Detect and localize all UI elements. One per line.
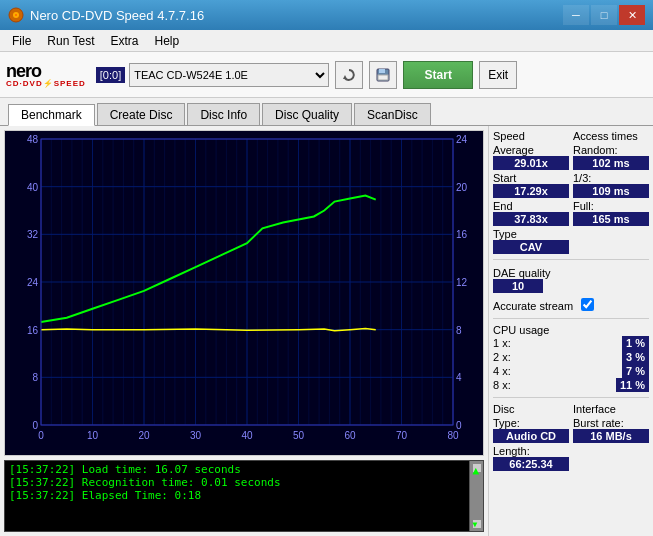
separator-2 [493,318,649,319]
burst-rate-value: 16 MB/s [573,429,649,443]
separator-3 [493,397,649,398]
tab-create-disc[interactable]: Create Disc [97,103,186,125]
access-random-label: Random: [573,144,649,156]
accurate-stream-checkbox[interactable] [581,298,594,311]
exit-button[interactable]: Exit [479,61,517,89]
cpu-rows: 1 x: 1 % 2 x: 3 % 4 x: 7 % 8 x: 11 % [493,336,649,392]
tab-bar: Benchmark Create Disc Disc Info Disc Qua… [0,98,653,126]
cpu-2x-label: 2 x: [493,351,511,363]
log-entry-3: [15:37:22] Elapsed Time: 0:18 [9,489,479,502]
disc-type-value: Audio CD [493,429,569,443]
app-icon [8,7,24,23]
drive-dropdown[interactable]: TEAC CD-W524E 1.0E [129,63,329,87]
cpu-row-1x: 1 x: 1 % [493,336,649,350]
tab-disc-quality[interactable]: Disc Quality [262,103,352,125]
save-button[interactable] [369,61,397,89]
interface-section: Interface Burst rate: 16 MB/s [573,403,649,471]
window-title: Nero CD-DVD Speed 4.7.7.16 [30,8,204,23]
access-times-section: Access times Random: 102 ms 1/3: 109 ms … [573,130,649,254]
disc-type-label: Type: [493,417,569,429]
drive-index-label: [0:0] [96,67,125,83]
close-button[interactable]: ✕ [619,5,645,25]
access-onethird-label: 1/3: [573,172,649,184]
accurate-stream-label: Accurate stream [493,300,573,312]
svg-rect-5 [379,69,385,73]
save-icon [376,68,390,82]
log-panel: [15:37:22] Load time: 16.07 seconds [15:… [4,460,484,532]
svg-point-2 [15,14,17,16]
speed-title: Speed [493,130,569,142]
chart-area [4,130,484,456]
disc-length-label: Length: [493,445,569,457]
scroll-up-button[interactable]: ▲ [472,463,482,473]
disc-section: Disc Type: Audio CD Length: 66:25.34 [493,403,569,471]
start-button[interactable]: Start [403,61,473,89]
nero-brand-text: nero [6,62,41,80]
disc-interface-section: Disc Type: Audio CD Length: 66:25.34 Int… [493,403,649,471]
tab-disc-info[interactable]: Disc Info [187,103,260,125]
cpu-1x-value: 1 % [622,336,649,350]
disc-length-value: 66:25.34 [493,457,569,471]
drive-selector: [0:0] TEAC CD-W524E 1.0E [96,63,329,87]
nero-logo: nero CD·DVD⚡SPEED [6,62,86,88]
log-entry-2: [15:37:22] Recognition time: 0.01 second… [9,476,479,489]
tab-scan-disc[interactable]: ScanDisc [354,103,431,125]
cpu-4x-label: 4 x: [493,365,511,377]
dae-quality-section: DAE quality 10 [493,265,649,293]
burst-rate-label: Burst rate: [573,417,649,429]
speed-type-label: Type [493,228,569,240]
cpu-4x-value: 7 % [622,364,649,378]
cpu-row-2x: 2 x: 3 % [493,350,649,364]
refresh-button[interactable] [335,61,363,89]
cpu-row-4x: 4 x: 7 % [493,364,649,378]
accurate-stream-section: Accurate stream [493,296,649,313]
log-entry-1: [15:37:22] Load time: 16.07 seconds [9,463,479,476]
dae-quality-value: 10 [493,279,543,293]
minimize-button[interactable]: ─ [563,5,589,25]
cpu-usage-section: CPU usage 1 x: 1 % 2 x: 3 % 4 x: 7 % [493,324,649,392]
speed-start-label: Start [493,172,569,184]
svg-rect-6 [378,75,388,80]
chart-canvas [5,131,483,455]
maximize-button[interactable]: □ [591,5,617,25]
cpu-2x-value: 3 % [622,350,649,364]
speed-access-section: Speed Average 29.01x Start 17.29x End 37… [493,130,649,254]
cpu-1x-label: 1 x: [493,337,511,349]
speed-type-value: CAV [493,240,569,254]
title-bar: Nero CD-DVD Speed 4.7.7.16 ─ □ ✕ [0,0,653,30]
separator-1 [493,259,649,260]
nero-brand-sub: CD·DVD⚡SPEED [6,80,86,88]
speed-average-value: 29.01x [493,156,569,170]
speed-end-value: 37.83x [493,212,569,226]
tab-benchmark[interactable]: Benchmark [8,104,95,126]
cpu-usage-title: CPU usage [493,324,649,336]
window-controls: ─ □ ✕ [563,5,645,25]
cpu-row-8x: 8 x: 11 % [493,378,649,392]
access-onethird-value: 109 ms [573,184,649,198]
speed-start-value: 17.29x [493,184,569,198]
refresh-icon [342,68,356,82]
toolbar: nero CD·DVD⚡SPEED [0:0] TEAC CD-W524E 1.… [0,52,653,98]
speed-section: Speed Average 29.01x Start 17.29x End 37… [493,130,569,254]
scroll-down-button[interactable]: ▼ [472,519,482,529]
speed-average-label: Average [493,144,569,156]
log-scrollbar[interactable]: ▲ ▼ [469,461,483,531]
access-times-title: Access times [573,130,649,142]
cpu-8x-value: 11 % [616,378,649,392]
cpu-8x-label: 8 x: [493,379,511,391]
access-full-label: Full: [573,200,649,212]
menu-extra[interactable]: Extra [102,32,146,50]
main-content: [15:37:22] Load time: 16.07 seconds [15:… [0,126,653,536]
menu-help[interactable]: Help [147,32,188,50]
interface-title: Interface [573,403,649,415]
access-full-value: 165 ms [573,212,649,226]
chart-container [5,131,483,455]
access-random-value: 102 ms [573,156,649,170]
menu-bar: File Run Test Extra Help [0,30,653,52]
menu-runtest[interactable]: Run Test [39,32,102,50]
disc-title: Disc [493,403,569,415]
svg-marker-3 [343,75,347,79]
right-panel: Speed Average 29.01x Start 17.29x End 37… [488,126,653,536]
cpu-col-1: 1 x: 1 % 2 x: 3 % 4 x: 7 % 8 x: 11 % [493,336,649,392]
menu-file[interactable]: File [4,32,39,50]
